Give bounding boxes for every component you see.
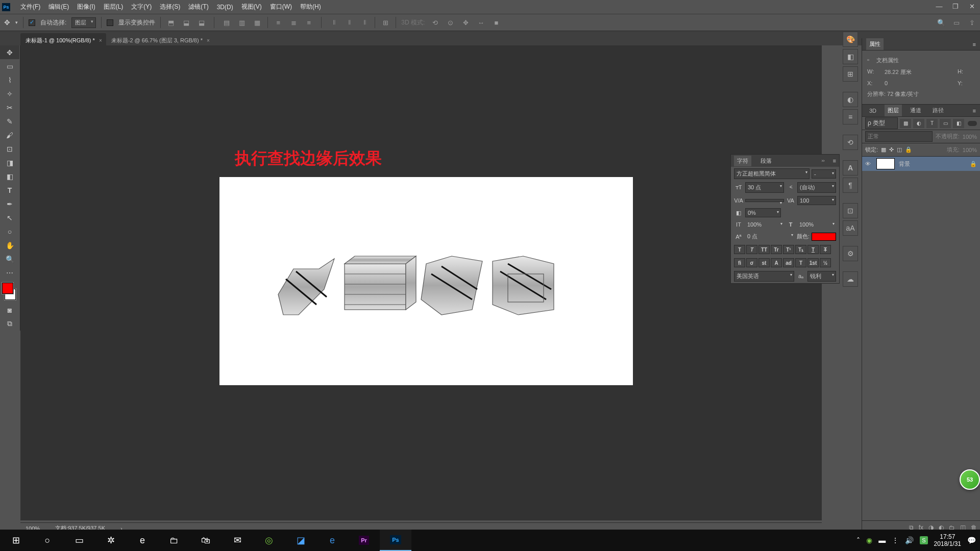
width-value[interactable]: 28.22 厘米 — [885, 68, 912, 76]
chevron-down-icon[interactable]: ▾ — [15, 20, 18, 25]
blend-mode-dropdown[interactable]: 正常 — [865, 131, 933, 142]
window-minimize-button[interactable]: — — [931, 0, 947, 12]
auto-select-target-dropdown[interactable]: 图层 — [71, 17, 96, 28]
scale-field[interactable]: 0% — [745, 208, 781, 217]
start-button[interactable]: ⊞ — [0, 530, 32, 551]
kerning-field[interactable] — [745, 199, 784, 202]
magic-wand-tool[interactable]: ✧ — [0, 87, 19, 101]
layer-thumbnail[interactable] — [876, 158, 895, 169]
font-family-dropdown[interactable]: 方正超粗黑简体 — [734, 168, 810, 179]
taskbar-app-1[interactable]: ✲ — [95, 530, 127, 551]
align-top-icon[interactable]: ⬒ — [166, 17, 176, 28]
eraser-tool[interactable]: ◨ — [0, 156, 19, 169]
assistant-badge[interactable]: 53 — [960, 469, 980, 490]
visibility-icon[interactable]: 👁 — [865, 161, 872, 167]
dist-bottom-icon[interactable]: ≡ — [304, 17, 314, 28]
panel-menu-icon[interactable]: ≡ — [833, 158, 836, 164]
taskbar-app-2[interactable]: ◪ — [285, 530, 316, 551]
filter-toggle[interactable] — [968, 121, 977, 126]
tray-notifications-icon[interactable]: 💬 — [967, 536, 976, 544]
pen-tool[interactable]: ✒ — [0, 197, 19, 211]
history-panel-icon[interactable]: ⟲ — [843, 135, 858, 150]
tab-properties[interactable]: 属性 — [866, 38, 884, 50]
language-dropdown[interactable]: 美国英语 — [734, 271, 794, 282]
filter-smart-icon[interactable]: ◧ — [953, 119, 964, 128]
layer-filter-dropdown[interactable]: ρ 类型 — [865, 117, 898, 129]
lock-all-icon[interactable]: 🔒 — [905, 146, 912, 153]
antialias-dropdown[interactable]: 锐利 — [807, 271, 836, 282]
dist-left-icon[interactable]: ⦀ — [329, 17, 339, 28]
layer-row[interactable]: 👁 背景 🔒 — [862, 157, 980, 171]
eyedropper-tool[interactable]: ✎ — [0, 114, 19, 128]
ellipse-tool[interactable]: ○ — [0, 224, 19, 238]
quickmask-tool[interactable]: ◙ — [0, 303, 19, 317]
close-icon[interactable]: × — [207, 38, 210, 43]
filter-shape-icon[interactable]: ▭ — [940, 119, 951, 128]
marquee-tool[interactable]: ▭ — [0, 59, 19, 73]
menu-window[interactable]: 窗口(W) — [266, 3, 296, 11]
libraries-panel-icon[interactable]: ⊞ — [843, 66, 858, 82]
dist-hcenter-icon[interactable]: ⦀ — [344, 17, 354, 28]
lasso-tool[interactable]: ⌇ — [0, 73, 19, 87]
filter-type-icon[interactable]: T — [926, 119, 938, 128]
menu-layer[interactable]: 图层(L) — [100, 3, 128, 11]
path-select-tool[interactable]: ↖ — [0, 211, 19, 224]
menu-filter[interactable]: 滤镜(T) — [184, 3, 212, 11]
doc-tab-2[interactable]: 未标题-2 @ 66.7% (图层 3, RGB/8) * × — [106, 33, 214, 45]
ligatures-button[interactable]: fi — [734, 258, 745, 267]
vscale-field[interactable]: 100% — [745, 220, 784, 229]
tray-clock[interactable]: 17:57 2018/1/31 — [934, 533, 961, 548]
tray-wifi-icon[interactable]: ⋮ — [892, 536, 899, 544]
canvas-area[interactable]: 执行查找边缘后效果 — [20, 45, 822, 520]
underline-button[interactable]: T — [807, 245, 819, 254]
align-hcenter-icon[interactable]: ▥ — [237, 17, 247, 28]
cloud-panel-icon[interactable]: ☁ — [843, 271, 858, 287]
taskbar-store[interactable]: 🛍 — [190, 530, 222, 551]
styles-panel-icon[interactable]: ≡ — [843, 109, 858, 124]
auto-align-icon[interactable]: ⊞ — [380, 17, 390, 28]
taskbar-premiere[interactable]: Pr — [348, 530, 380, 551]
tracking-field[interactable]: 100 — [797, 196, 836, 205]
tray-ime-icon[interactable]: S — [920, 536, 927, 544]
tab-channels[interactable]: 通道 — [907, 105, 924, 116]
hscale-field[interactable]: 100% — [797, 220, 836, 229]
color-swatches[interactable] — [2, 283, 18, 300]
filter-pixel-icon[interactable]: ▩ — [900, 119, 911, 128]
discretionary-button[interactable]: st — [758, 258, 770, 267]
charstyle-panel-icon[interactable]: aA — [843, 220, 858, 236]
show-transform-checkbox[interactable] — [107, 19, 113, 26]
close-icon[interactable]: × — [99, 38, 102, 43]
dist-top-icon[interactable]: ≡ — [273, 17, 283, 28]
leading-field[interactable]: (自动) — [797, 182, 836, 193]
taskview-button[interactable]: ▭ — [63, 530, 95, 551]
baseline-field[interactable]: 0 点 — [745, 232, 795, 241]
glyphs-panel-icon[interactable]: ⊡ — [843, 203, 858, 218]
tab-paragraph[interactable]: 段落 — [757, 156, 775, 166]
paragraph-panel-icon[interactable]: ¶ — [843, 178, 858, 193]
search-icon[interactable]: 🔍 — [936, 17, 946, 28]
font-size-field[interactable]: 30 点 — [745, 182, 784, 193]
share-icon[interactable]: ⇪ — [967, 17, 977, 28]
taskbar-360[interactable]: ◎ — [253, 530, 285, 551]
auto-select-checkbox[interactable] — [29, 19, 35, 26]
adjustments-panel-icon[interactable]: ◐ — [843, 92, 858, 107]
gradient-tool[interactable]: ◧ — [0, 169, 19, 183]
doc-tab-1[interactable]: 未标题-1 @ 100%(RGB/8) * × — [20, 33, 106, 45]
type-tool[interactable]: T — [0, 183, 19, 197]
smallcaps-button[interactable]: Tr — [771, 245, 782, 254]
x-value[interactable]: 0 — [885, 80, 888, 86]
menu-3d[interactable]: 3D(D) — [213, 4, 237, 11]
superscript-button[interactable]: T¹ — [783, 245, 794, 254]
window-restore-button[interactable]: ❐ — [947, 0, 964, 12]
align-bottom-icon[interactable]: ⬓ — [197, 17, 207, 28]
bold-button[interactable]: T — [734, 245, 745, 254]
clone-stamp-tool[interactable]: ⊡ — [0, 142, 19, 156]
fill-value[interactable]: 100% — [963, 147, 977, 153]
screenmode-tool[interactable]: ⧉ — [0, 317, 19, 331]
opacity-value[interactable]: 100% — [963, 134, 977, 140]
actions-panel-icon[interactable]: ⚙ — [843, 246, 858, 261]
menu-image[interactable]: 图像(I) — [73, 3, 99, 11]
tab-3d[interactable]: 3D — [866, 106, 879, 116]
menu-view[interactable]: 视图(V) — [237, 3, 266, 11]
swatches-panel-icon[interactable]: ◧ — [843, 49, 858, 64]
